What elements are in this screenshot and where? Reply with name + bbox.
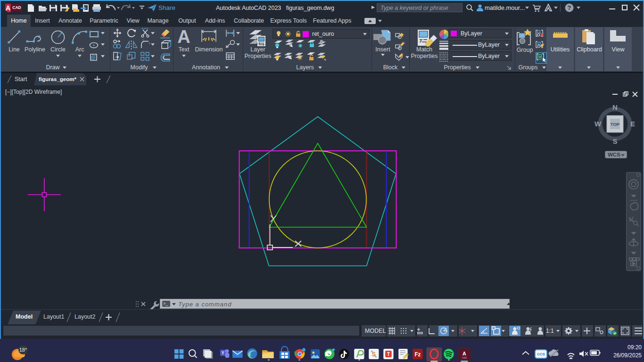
svg-text:A: A — [462, 351, 466, 356]
svg-text:S: S — [372, 351, 376, 358]
svg-text:T: T — [222, 351, 224, 355]
svg-text:CAD: CAD — [462, 357, 467, 359]
svg-text:N: N — [612, 103, 618, 111]
svg-text:TOP: TOP — [611, 122, 620, 127]
svg-text:W: W — [594, 120, 602, 128]
svg-text:T: T — [387, 352, 390, 357]
svg-text:A: A — [6, 4, 10, 12]
svg-text:Fz: Fz — [415, 351, 421, 358]
svg-text:?: ? — [568, 4, 571, 11]
svg-text:S: S — [612, 137, 617, 145]
svg-text:CCS: CCS — [537, 352, 545, 356]
svg-text:A: A — [177, 27, 190, 47]
svg-text:E: E — [630, 120, 635, 128]
svg-text:18°: 18° — [19, 347, 27, 353]
